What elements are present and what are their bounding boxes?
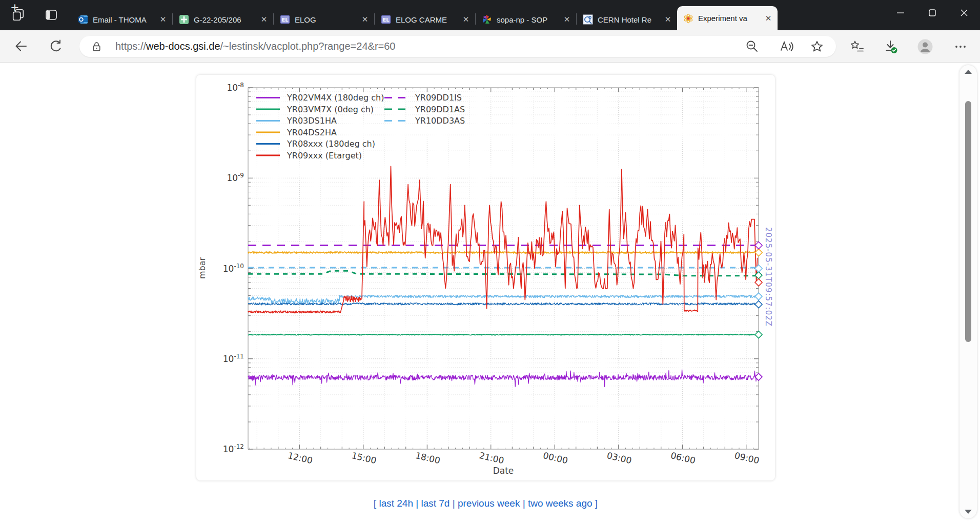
series-YR03VM7X (0deg ch) — [248, 334, 759, 335]
cern-favicon — [583, 14, 593, 25]
x-tick-label: 03:00 — [606, 450, 632, 466]
range-link[interactable]: last 24h — [379, 498, 413, 509]
range-link[interactable]: previous week — [458, 498, 520, 509]
browser-tab[interactable]: CERN Hotel Re✕ — [577, 9, 677, 30]
tab-title: CERN Hotel Re — [598, 15, 661, 24]
legend-label: YR03VM7X (0deg ch) — [287, 105, 374, 114]
tab-title: Email - THOMA — [93, 15, 156, 24]
tab-title: ELOG CARME — [396, 15, 459, 24]
vacuum-pressure-chart: 10-810-910-1010-1110-1212:0015:0018:0021… — [196, 75, 775, 480]
y-tick-label: 10-9 — [227, 172, 244, 183]
refresh-button[interactable] — [47, 37, 64, 55]
workspaces-icon[interactable] — [10, 7, 27, 23]
x-axis-label: Date — [493, 466, 514, 476]
range-link[interactable]: last 7d — [421, 498, 450, 509]
legend-label: YR09xxx (Etarget) — [287, 151, 362, 160]
tab-strip: Email - THOMA✕G-22-205/206✕ELELOG✕ELELOG… — [72, 6, 778, 30]
scroll-up-icon[interactable] — [965, 70, 972, 74]
series-end-marker — [755, 249, 762, 256]
sheet-favicon — [179, 14, 189, 25]
browser-toolbar: https://web-docs.gsi.de/~lestinsk/vacplo… — [0, 30, 980, 63]
x-tick-label: 12:00 — [287, 450, 314, 466]
browser-tab[interactable]: ELELOG CARME✕ — [375, 9, 475, 30]
x-tick-label: 18:00 — [415, 450, 441, 466]
x-tick-label: 15:00 — [351, 450, 377, 466]
url-path: /~lestinsk/vacplot.php?range=24&r=60 — [220, 41, 396, 52]
legend-label: YR09DD1AS — [415, 105, 465, 114]
y-tick-label: 10-10 — [223, 263, 244, 274]
series-YR02VM4X (180deg ch) — [248, 370, 759, 387]
url-text[interactable]: https://web-docs.gsi.de/~lestinsk/vacplo… — [115, 41, 395, 52]
legend-label: YR04DS2HA — [287, 128, 337, 137]
x-tick-label: 09:00 — [733, 450, 760, 466]
series-YR09DD1AS — [248, 271, 759, 276]
x-tick-label: 21:00 — [478, 450, 505, 466]
scrollbar[interactable] — [959, 65, 977, 518]
back-button[interactable] — [12, 37, 30, 55]
tab-close-icon[interactable]: ✕ — [563, 15, 571, 24]
tab-close-icon[interactable]: ✕ — [260, 15, 268, 24]
tab-title: ELOG — [295, 15, 358, 24]
scroll-down-icon[interactable] — [965, 510, 972, 514]
tab-close-icon[interactable]: ✕ — [462, 15, 470, 24]
legend-label: YR08xxx (180deg ch) — [287, 139, 375, 149]
browser-tab[interactable]: Experiment va✕ — [677, 6, 778, 30]
minimize-button[interactable] — [885, 0, 916, 26]
series-end-marker — [755, 331, 762, 338]
tab-layout-icon[interactable] — [43, 7, 59, 23]
elog-favicon: EL — [280, 14, 290, 25]
favorites-bar-icon[interactable] — [848, 38, 866, 55]
series-end-marker — [755, 301, 762, 308]
url-host: web-docs.gsi.de — [146, 41, 220, 52]
plot-timestamp: 2025-05-31T09:57:02Z — [764, 227, 773, 327]
vacuum-plot-card: 10-810-910-1010-1110-1212:0015:0018:0021… — [196, 75, 775, 480]
range-link[interactable]: two weeks ago — [528, 498, 593, 509]
browser-tab[interactable]: Email - THOMA✕ — [72, 9, 172, 30]
x-tick-label: 00:00 — [542, 450, 569, 466]
series-YR03DS1HA — [248, 295, 759, 304]
series-end-marker — [755, 242, 762, 249]
atom-favicon — [683, 13, 693, 24]
elog-favicon: EL — [381, 14, 391, 25]
y-tick-label: 10-8 — [227, 82, 244, 93]
settings-menu-icon[interactable] — [952, 38, 969, 55]
tab-title: G-22-205/206 — [194, 15, 257, 24]
browser-tab[interactable]: ELELOG✕ — [274, 9, 374, 30]
legend-label: YR02VM4X (180deg ch) — [287, 93, 384, 103]
browser-titlebar: Email - THOMA✕G-22-205/206✕ELELOG✕ELELOG… — [0, 0, 980, 30]
outlook-favicon — [78, 14, 88, 25]
close-window-button[interactable] — [948, 0, 980, 26]
tab-close-icon[interactable]: ✕ — [764, 14, 772, 23]
window-controls — [885, 0, 980, 26]
site-info-lock-icon[interactable] — [91, 41, 103, 52]
y-axis-label: mbar — [197, 257, 207, 279]
browser-tab[interactable]: sopa-np - SOP✕ — [476, 9, 576, 30]
tab-close-icon[interactable]: ✕ — [664, 15, 672, 24]
series-end-marker — [755, 293, 762, 300]
legend-label: YR03DS1HA — [287, 116, 337, 126]
y-tick-label: 10-11 — [223, 353, 244, 364]
tab-title: Experiment va — [698, 14, 761, 23]
profile-avatar[interactable] — [916, 38, 934, 55]
tab-close-icon[interactable]: ✕ — [159, 15, 167, 24]
tab-title: sopa-np - SOP — [497, 15, 560, 24]
maximize-button[interactable] — [916, 0, 948, 26]
series-YR04DS2HA — [248, 252, 759, 253]
url-scheme: https:// — [115, 41, 146, 52]
scrollbar-thumb[interactable] — [965, 101, 971, 342]
series-YR09xxx (Etarget) — [248, 166, 758, 313]
tab-close-icon[interactable]: ✕ — [361, 15, 369, 24]
y-tick-label: 10-12 — [223, 443, 244, 454]
page-content: 10-810-910-1010-1110-1212:0015:0018:0021… — [0, 63, 980, 523]
read-aloud-icon[interactable] — [778, 38, 795, 55]
address-bar[interactable]: https://web-docs.gsi.de/~lestinsk/vacplo… — [79, 36, 836, 57]
zoom-out-icon[interactable] — [744, 38, 761, 55]
browser-tab[interactable]: G-22-205/206✕ — [173, 9, 273, 30]
svg-text:EL: EL — [383, 17, 390, 23]
downloads-icon[interactable] — [882, 38, 900, 55]
pinwheel-favicon — [482, 14, 492, 25]
svg-text:EL: EL — [282, 17, 289, 23]
x-tick-label: 06:00 — [670, 450, 697, 466]
favorite-star-icon[interactable] — [808, 38, 826, 55]
legend-label: YR09DD1IS — [415, 93, 462, 103]
